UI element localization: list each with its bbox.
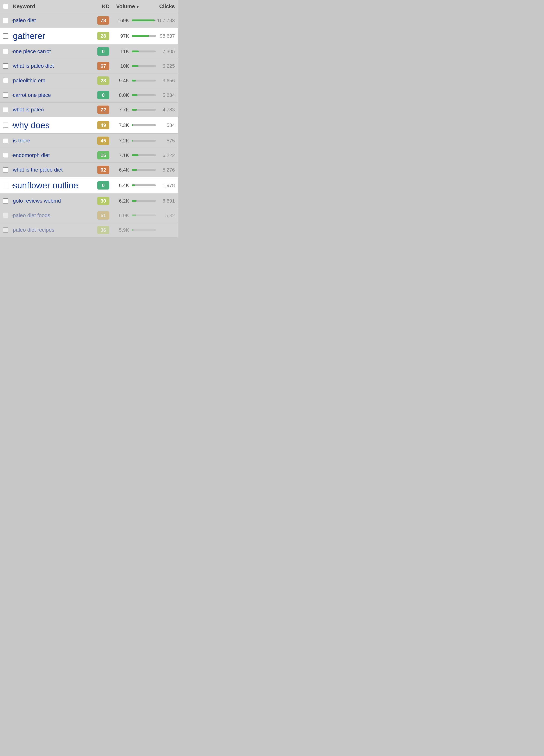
volume-text: 6.4K	[116, 167, 129, 173]
kd-badge: 78	[97, 16, 109, 25]
volume-bar-fill	[132, 65, 138, 67]
kd-col: 45	[97, 137, 114, 145]
row-checkbox[interactable]	[3, 18, 8, 23]
select-all-checkbox[interactable]	[3, 4, 8, 9]
kd-badge: 0	[97, 47, 109, 56]
row-check-col: +	[3, 107, 13, 112]
table-header: Keyword KD Volume ▼ Clicks	[0, 0, 178, 13]
row-checkbox[interactable]	[3, 107, 8, 112]
table-row: + one piece carrot 0 11K 7,305	[0, 44, 178, 59]
volume-col: 97K	[114, 33, 156, 39]
row-check-col: +	[3, 153, 13, 158]
volume-bar-fill	[132, 109, 137, 111]
row-checkbox[interactable]	[3, 123, 8, 128]
kd-col: 0	[97, 47, 114, 56]
kd-col: 30	[97, 197, 114, 205]
volume-bar-fill	[132, 51, 139, 52]
kd-col: 78	[97, 16, 114, 25]
row-checkbox[interactable]	[3, 198, 8, 204]
volume-bar-track	[132, 109, 156, 111]
row-check-col: +	[3, 78, 13, 83]
keyword-text: paleolithic era	[13, 78, 46, 83]
table-row: + golo reviews webmd 30 6.2K 6,691	[0, 194, 178, 208]
volume-col: 6.2K	[114, 198, 156, 204]
kd-col-header: KD	[97, 3, 114, 9]
clicks-col: 167,783	[156, 18, 175, 23]
volume-bar-track	[132, 51, 156, 52]
row-check-col: +	[3, 92, 13, 98]
rows-container: + paleo diet 78 169K 167,783 +	[0, 13, 178, 237]
clicks-text: 167,783	[157, 18, 175, 23]
table-row: + carrot one piece 0 8.0K 5,834	[0, 88, 178, 103]
volume-bar-fill	[132, 80, 136, 82]
row-checkbox[interactable]	[3, 63, 8, 69]
kd-col: 28	[97, 32, 114, 40]
volume-col: 169K	[114, 18, 156, 23]
clicks-text: 584	[167, 122, 175, 128]
volume-bar-track	[132, 80, 156, 82]
clicks-text: 1,978	[162, 183, 175, 188]
volume-col: 11K	[114, 49, 156, 54]
kd-badge: 30	[97, 197, 109, 205]
row-check-col: +	[3, 138, 13, 143]
row-checkbox[interactable]	[3, 183, 8, 188]
kd-col: 36	[97, 226, 114, 234]
volume-text: 97K	[116, 33, 129, 39]
volume-bar-fill	[132, 35, 149, 37]
row-check-col: +	[3, 18, 13, 23]
volume-col: 9.4K	[114, 78, 156, 84]
keyword-col: gatherer	[13, 31, 97, 41]
volume-col: 7.1K	[114, 152, 156, 158]
volume-header-label: Volume	[116, 3, 135, 9]
table-row: + what is the paleo diet 62 6.4K 5,276	[0, 163, 178, 177]
clicks-text: 4,783	[162, 107, 175, 113]
row-checkbox[interactable]	[3, 153, 8, 158]
volume-bar-track	[132, 154, 156, 156]
clicks-col-header: Clicks	[156, 3, 175, 9]
row-checkbox[interactable]	[3, 227, 8, 233]
row-checkbox[interactable]	[3, 138, 8, 143]
clicks-col: 575	[156, 138, 175, 144]
kd-badge: 51	[97, 211, 109, 220]
keyword-text: endomorph diet	[13, 152, 50, 158]
volume-bar-track	[132, 94, 156, 96]
row-checkbox[interactable]	[3, 92, 8, 98]
keyword-col: one piece carrot	[13, 48, 97, 54]
clicks-text: 3,656	[162, 78, 175, 83]
clicks-col: 4,783	[156, 107, 175, 113]
clicks-text: 5,32	[165, 213, 175, 218]
keyword-col: paleo diet	[13, 17, 97, 23]
volume-col: 5.9K	[114, 227, 156, 233]
keyword-col: golo reviews webmd	[13, 198, 97, 204]
kd-col: 51	[97, 211, 114, 220]
volume-bar-fill	[132, 169, 137, 171]
kd-col: 62	[97, 166, 114, 174]
volume-bar-track	[132, 140, 156, 142]
row-checkbox[interactable]	[3, 33, 8, 39]
volume-text: 7.7K	[116, 107, 129, 113]
row-checkbox[interactable]	[3, 167, 8, 172]
clicks-text: 5,276	[162, 167, 175, 173]
keyword-text: gatherer	[13, 31, 45, 41]
volume-text: 6.2K	[116, 198, 129, 204]
keyword-text: carrot one piece	[13, 92, 51, 98]
row-checkbox[interactable]	[3, 78, 8, 83]
volume-col: 7.2K	[114, 138, 156, 144]
row-check-col: +	[3, 183, 13, 188]
table-row: + sunflower outline 0 6.4K 1,978	[0, 177, 178, 194]
row-checkbox[interactable]	[3, 213, 8, 218]
row-checkbox[interactable]	[3, 49, 8, 54]
kd-col: 0	[97, 91, 114, 99]
volume-bar-track	[132, 19, 156, 21]
clicks-col: 5,32	[156, 213, 175, 218]
kd-col: 49	[97, 121, 114, 129]
volume-text: 7.3K	[116, 122, 129, 128]
clicks-text: 6,691	[162, 198, 175, 204]
clicks-col: 6,222	[156, 152, 175, 158]
clicks-col: 1,978	[156, 183, 175, 188]
volume-col-header[interactable]: Volume ▼	[114, 3, 156, 9]
keyword-text: what is paleo diet	[13, 63, 54, 69]
volume-text: 5.9K	[116, 227, 129, 233]
table-row: + what is paleo diet 67 10K 6,225	[0, 59, 178, 73]
kd-badge: 49	[97, 121, 109, 129]
